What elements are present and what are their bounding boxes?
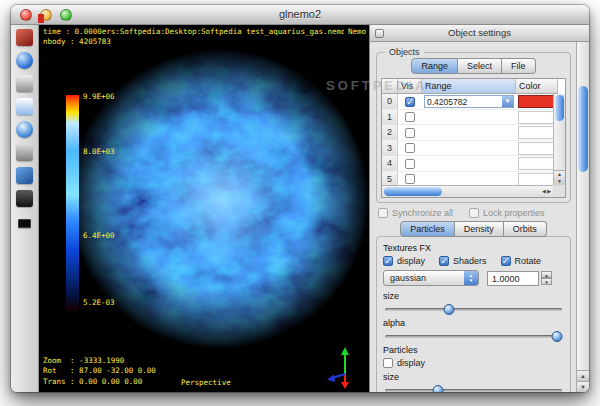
spin-arrows[interactable]: ▲▼ bbox=[541, 271, 552, 285]
panel-scrollbar[interactable]: ▲ ▼ bbox=[576, 42, 589, 392]
scrollbar-arrows[interactable]: ◀ ▶ bbox=[542, 186, 551, 197]
reset-view-icon[interactable] bbox=[16, 121, 33, 138]
slider-thumb[interactable] bbox=[443, 304, 454, 315]
texture-alpha-label: alpha bbox=[383, 318, 564, 328]
record-movie-icon[interactable] bbox=[16, 190, 33, 207]
fullscreen-icon[interactable] bbox=[18, 219, 31, 228]
slider-thumb[interactable] bbox=[551, 331, 562, 342]
open-file-icon[interactable] bbox=[16, 29, 33, 46]
texture-size-spinbox[interactable]: 1.0000 ▲▼ bbox=[487, 271, 552, 286]
objects-tab-bar: Range Select File bbox=[381, 58, 566, 74]
rot-label: Rot : 87.00 -32.00 0.00 bbox=[43, 366, 156, 375]
slider-track[interactable] bbox=[385, 308, 562, 311]
objects-group: Objects Range Select File Vis Range C bbox=[376, 52, 571, 203]
osd-header: time : 0.0000ers:Softpedia:Desktop:Softp… bbox=[43, 27, 366, 47]
scroll-down-arrow[interactable]: ▼ bbox=[577, 381, 589, 392]
texture-type-select[interactable]: gaussian ▲▼ bbox=[383, 270, 479, 286]
textures-display-checkbox[interactable]: ✓ bbox=[383, 256, 393, 266]
rotate-checkbox[interactable]: ✓ bbox=[501, 256, 511, 266]
color-header: Color bbox=[516, 79, 558, 94]
scrollbar-thumb[interactable] bbox=[384, 187, 442, 196]
colorbar-tick: 6.4E+00 bbox=[83, 231, 115, 240]
vis-checkbox[interactable] bbox=[405, 128, 415, 138]
shaders-checkbox[interactable]: ✓ bbox=[439, 256, 449, 266]
particles-display-checkbox[interactable] bbox=[383, 358, 393, 368]
scroll-up-arrow[interactable]: ▲ bbox=[577, 370, 589, 381]
color-swatch[interactable] bbox=[518, 157, 556, 170]
slider-track[interactable] bbox=[385, 389, 562, 392]
panel-title-bar[interactable]: Object settings bbox=[370, 25, 589, 42]
colorbar-tick: 8.0E+03 bbox=[83, 147, 115, 156]
scrollbar-thumb[interactable] bbox=[578, 86, 588, 172]
table-header: Vis Range Color bbox=[382, 79, 565, 94]
rotate-label: Rotate bbox=[515, 256, 542, 266]
tab-select[interactable]: Select bbox=[458, 58, 502, 74]
objects-group-title: Objects bbox=[385, 47, 424, 57]
color-swatch[interactable] bbox=[518, 142, 556, 155]
trans-label: Trans : 0.00 0.00 0.00 bbox=[43, 377, 142, 386]
particles-size-label: size bbox=[383, 372, 564, 382]
color-swatch[interactable] bbox=[518, 126, 556, 139]
table-horizontal-scrollbar[interactable]: ◀ ▶ bbox=[382, 185, 553, 197]
connect-icon[interactable] bbox=[16, 52, 33, 69]
index-header bbox=[382, 79, 398, 94]
texture-size-label: size bbox=[383, 291, 564, 301]
traffic-lights bbox=[20, 9, 72, 21]
slider-track[interactable] bbox=[385, 335, 562, 338]
color-swatch[interactable] bbox=[518, 111, 556, 124]
colorbar-tick: 5.2E-03 bbox=[83, 298, 115, 307]
density-colorbar bbox=[66, 95, 79, 311]
title-bar[interactable]: glnemo2 bbox=[11, 5, 589, 25]
table-row[interactable]: 2 bbox=[382, 125, 565, 141]
chevron-down-icon[interactable]: ▼ bbox=[502, 96, 513, 107]
texture-size-slider[interactable] bbox=[385, 303, 562, 315]
shaders-label: Shaders bbox=[453, 256, 487, 266]
grid-icon[interactable] bbox=[16, 167, 33, 184]
render-viewport[interactable]: time : 0.0000ers:Softpedia:Desktop:Softp… bbox=[39, 25, 369, 392]
table-vertical-scrollbar[interactable]: ▲▼ bbox=[553, 94, 565, 185]
engine-label: Nemo bbox=[344, 27, 366, 37]
scrollbar-thumb[interactable] bbox=[555, 95, 564, 121]
particles-options-frame: Textures FX ✓ display ✓ Shaders bbox=[376, 236, 571, 392]
vis-checkbox[interactable] bbox=[405, 112, 415, 122]
table-row[interactable]: 4 bbox=[382, 156, 565, 172]
particles-size-slider[interactable] bbox=[385, 384, 562, 392]
table-row[interactable]: 0 ✓ 0.4205782 ▼ bbox=[382, 94, 565, 110]
screenshot-icon[interactable] bbox=[16, 75, 33, 92]
color-swatch[interactable] bbox=[518, 95, 556, 108]
color-swatch[interactable] bbox=[518, 173, 556, 186]
tab-orbits[interactable]: Orbits bbox=[504, 221, 547, 237]
panel-close-button[interactable] bbox=[375, 29, 384, 38]
texture-alpha-slider[interactable] bbox=[385, 330, 562, 342]
tab-particles[interactable]: Particles bbox=[400, 221, 455, 237]
close-button[interactable] bbox=[20, 9, 32, 21]
vis-checkbox[interactable] bbox=[405, 159, 415, 169]
time-label: time : 0.0000 bbox=[43, 27, 102, 37]
toolbar bbox=[11, 25, 39, 392]
particles-display-label: display bbox=[397, 358, 425, 368]
vis-checkbox[interactable]: ✓ bbox=[405, 97, 415, 107]
vis-checkbox[interactable] bbox=[405, 143, 415, 153]
osd-footer: Zoom : -3333.1990 Rot : 87.00 -32.00 0.0… bbox=[43, 356, 156, 388]
lock-properties-checkbox[interactable] bbox=[469, 208, 479, 218]
reload-icon[interactable] bbox=[16, 98, 33, 115]
tab-density[interactable]: Density bbox=[455, 221, 504, 237]
textures-section-title: Textures FX bbox=[383, 243, 564, 253]
glnemo2-window: glnemo2 bbox=[11, 5, 589, 392]
vis-checkbox[interactable] bbox=[405, 174, 415, 184]
synchronize-checkbox[interactable] bbox=[378, 208, 388, 218]
range-combobox[interactable]: 0.4205782 ▼ bbox=[424, 95, 514, 108]
options-icon[interactable] bbox=[16, 144, 33, 161]
sync-options-row: Synchronize all Lock properties bbox=[378, 208, 569, 218]
tab-range[interactable]: Range bbox=[411, 58, 458, 74]
table-row[interactable]: 1 bbox=[382, 110, 565, 126]
table-row[interactable]: 3 bbox=[382, 141, 565, 157]
particles-section-title: Particles bbox=[383, 345, 564, 355]
zoom-button[interactable] bbox=[60, 9, 72, 21]
tab-file[interactable]: File bbox=[502, 58, 536, 74]
row-index[interactable]: 0 bbox=[382, 94, 398, 109]
slider-thumb[interactable] bbox=[433, 385, 444, 392]
window-title: glnemo2 bbox=[11, 5, 589, 24]
scrollbar-arrows[interactable]: ▲▼ bbox=[554, 170, 565, 185]
desktop: glnemo2 bbox=[0, 0, 600, 406]
